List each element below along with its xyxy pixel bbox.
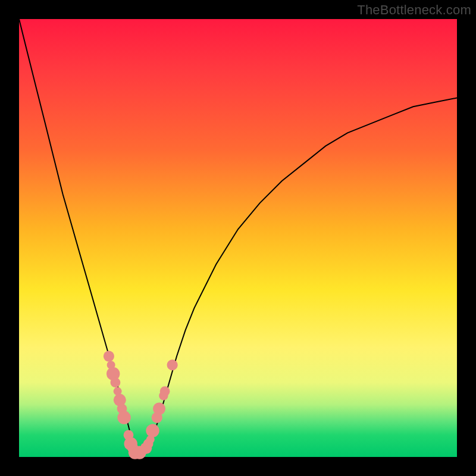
curve-marker (153, 403, 165, 415)
curve-marker (111, 378, 121, 388)
curve-marker (167, 359, 178, 370)
curve-marker (117, 411, 130, 424)
curve-marker (146, 424, 159, 437)
chart-frame: TheBottleneck.com (0, 0, 476, 476)
watermark-text: TheBottleneck.com (357, 2, 471, 18)
marker-group (104, 351, 178, 459)
bottleneck-curve (19, 19, 457, 457)
curve-svg (19, 19, 457, 457)
curve-marker (104, 351, 114, 362)
curve-marker (160, 386, 170, 396)
plot-area (19, 19, 457, 457)
